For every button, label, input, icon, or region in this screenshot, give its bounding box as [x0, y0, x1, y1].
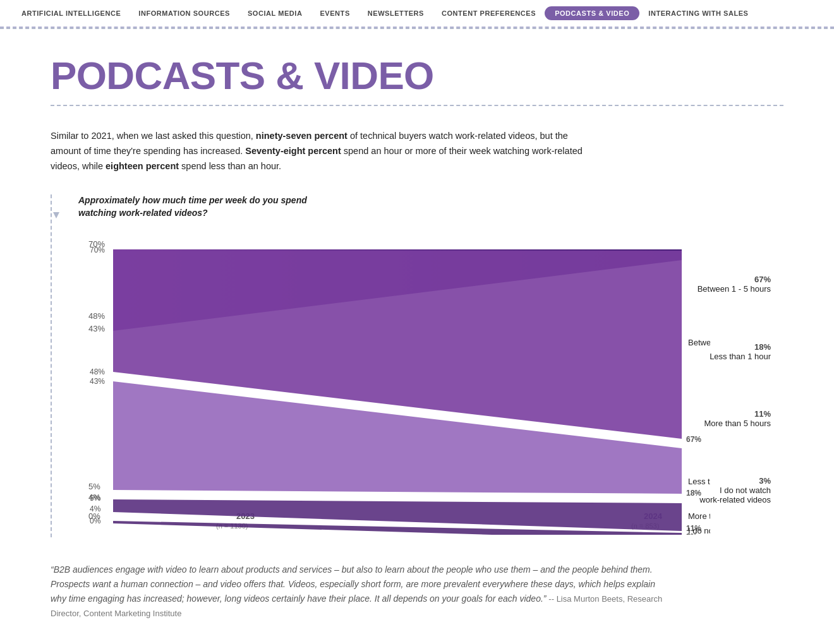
chart-left-accent: [51, 194, 59, 537]
svg-text:48%: 48%: [90, 367, 105, 376]
svg-text:4%: 4%: [90, 504, 101, 513]
nav-item-newsletters[interactable]: NEWSLETTERS: [359, 0, 433, 27]
bold-18: eighteen percent: [106, 161, 179, 171]
svg-text:70%: 70%: [90, 246, 105, 254]
nav-item-info-sources[interactable]: INFORMATION SOURCES: [130, 0, 239, 27]
legend-label-more-5hrs: More than 5 hours: [698, 419, 771, 428]
nav-item-ai[interactable]: ARTIFICIAL INTELLIGENCE: [13, 0, 130, 27]
bold-78: Seventy-eight percent: [245, 146, 341, 156]
legend-pct-1-5hrs: 67%: [698, 275, 771, 284]
main-nav: ARTIFICIAL INTELLIGENCE INFORMATION SOUR…: [0, 0, 834, 28]
chart-svg: 70% 48% 43% 5% 4% 0% 2023 (n = 1130) 202…: [78, 232, 710, 535]
svg-text:0%: 0%: [90, 516, 101, 525]
svg-text:48%: 48%: [88, 311, 105, 321]
nav-item-podcasts[interactable]: PODCASTS & VIDEO: [545, 6, 639, 20]
legend-item-less-1hr: 18% Less than 1 hour: [698, 342, 771, 361]
band-more-5hrs-fill: [113, 499, 682, 531]
chart-arrow-icon: [53, 212, 59, 218]
nav-item-sales[interactable]: INTERACTING WITH SALES: [639, 0, 757, 27]
nav-item-social-media[interactable]: SOCIAL MEDIA: [239, 0, 311, 27]
chart-title: Approximately how much time per week do …: [78, 194, 783, 219]
legend-pct-no-watch: 3%: [698, 476, 771, 486]
quote-block: “B2B audiences engage with video to lear…: [51, 563, 670, 621]
body-intro: Similar to 2021, when we last asked this…: [51, 131, 253, 141]
nav-item-content-prefs[interactable]: CONTENT PREFERENCES: [433, 0, 545, 27]
nav-item-events[interactable]: EVENTS: [311, 0, 358, 27]
svg-text:43%: 43%: [90, 377, 105, 386]
bold-ninety-seven: ninety-seven percent: [256, 131, 348, 141]
svg-text:43%: 43%: [88, 324, 105, 333]
legend-item-more-5hrs: 11% More than 5 hours: [698, 409, 771, 428]
legend-pct-more-5hrs: 11%: [698, 409, 771, 419]
chart-container: Approximately how much time per week do …: [51, 194, 783, 537]
body-paragraph: Similar to 2021, when we last asked this…: [51, 129, 594, 174]
legend-item-1-5hrs: 67% Between 1 - 5 hours: [698, 275, 771, 294]
body-text-4: spend less than an hour.: [181, 161, 281, 171]
svg-text:5%: 5%: [90, 494, 101, 503]
title-divider: [51, 105, 783, 106]
legend-label-1-5hrs: Between 1 - 5 hours: [698, 284, 771, 294]
svg-text:5%: 5%: [88, 482, 100, 491]
legend-pct-less-1hr: 18%: [698, 342, 771, 352]
chart-svg-wrapper: 70% 48% 43% 5% 4% 0% 2023 (n = 1130) 202…: [78, 232, 783, 537]
quote-text: “B2B audiences engage with video to lear…: [51, 563, 670, 621]
chart-legend: 67% Between 1 - 5 hours 18% Less than 1 …: [698, 232, 771, 547]
page-title: PODCASTS & VIDEO: [51, 54, 783, 97]
legend-item-no-watch: 3% I do not watchwork-related videos: [698, 476, 771, 504]
legend-label-less-1hr: Less than 1 hour: [698, 352, 771, 361]
legend-label-no-watch: I do not watchwork-related videos: [698, 486, 771, 504]
